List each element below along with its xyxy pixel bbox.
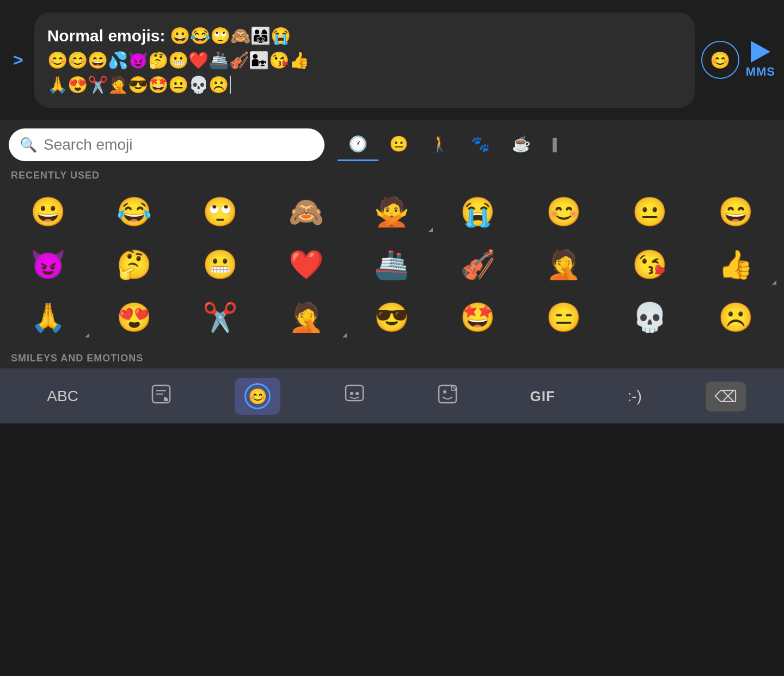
people-icon: 🚶 (430, 136, 449, 152)
smileys-emotions-label: SMILEYS AND EMOTIONS (0, 344, 784, 368)
keyboard-toolbar: ABC 😊 (0, 368, 784, 423)
emoji-man-facepalm[interactable]: 🤦 (263, 296, 349, 340)
emoji-neutral[interactable]: 😐 (607, 190, 693, 234)
message-emoji-icon (344, 384, 365, 409)
emoji-smile[interactable]: 😊 (521, 190, 607, 234)
message-text: Normal emojis: 😀😂🙄🙈👨‍👩‍👧😭 😊😊😄💦😈🤔😬❤️🚢🎻👨‍👧… (47, 23, 682, 97)
expand-button[interactable]: > (9, 46, 28, 75)
animals-icon: 🐾 (471, 136, 490, 152)
emoji-kissing-heart[interactable]: 😘 (607, 243, 693, 287)
mms-icon (751, 41, 770, 63)
delete-icon: ⌫ (714, 387, 737, 406)
emoji-heart[interactable]: ❤️ (263, 243, 349, 287)
emoji-crying[interactable]: 😭 (435, 190, 521, 234)
sticker2-button[interactable] (428, 379, 467, 413)
food-icon: ☕ (512, 136, 531, 152)
emoji-grid-row1: 😀 😂 🙄 🙈 🙅 😭 😊 😐 😄 (0, 186, 784, 238)
message-bubble[interactable]: Normal emojis: 😀😂🙄🙈👨‍👩‍👧😭 😊😊😄💦😈🤔😬❤️🚢🎻👨‍👧… (34, 13, 695, 108)
svg-point-4 (350, 392, 353, 395)
emoji-face-icon: 😊 (710, 51, 730, 70)
emoji-ship[interactable]: 🚢 (349, 243, 435, 287)
emoji-praying[interactable]: 🙏 (5, 296, 91, 340)
emoji-sunglasses[interactable]: 😎 (349, 296, 435, 340)
emoji-grin-sweat[interactable]: 😄 (693, 190, 779, 234)
emoji-skull[interactable]: 💀 (607, 296, 693, 340)
search-box[interactable]: 🔍 (9, 128, 324, 161)
emoji-scissors[interactable]: ✂️ (177, 296, 264, 340)
emoji-laughing-crying[interactable]: 😂 (91, 190, 177, 234)
emoji-person-gesturing[interactable]: 🙅 (349, 190, 435, 234)
emoji-thinking[interactable]: 🤔 (91, 243, 177, 287)
emoji-smiling-hearts[interactable]: 🤩 (435, 296, 521, 340)
emoji-eye-roll[interactable]: 🙄 (177, 190, 264, 234)
more-icon: ▌ (553, 138, 561, 151)
emoji-keyboard: 🔍 🕐 😐 🚶 🐾 ☕ ▌ RECENTLY USED (0, 120, 784, 368)
message-area: > Normal emojis: 😀😂🙄🙈👨‍👩‍👧😭 😊😊😄💦😈🤔😬❤️🚢🎻👨… (0, 0, 784, 120)
emoji-hear-no-evil[interactable]: 🙈 (263, 190, 349, 234)
emoji-grid-row3: 🙏 😍 ✂️ 🤦 😎 🤩 😑 💀 ☹️ (0, 291, 784, 344)
sticker2-icon (437, 384, 458, 409)
tab-food[interactable]: ☕ (501, 128, 542, 161)
emoji-grinning[interactable]: 😀 (5, 190, 91, 234)
emoji-grid-row2: 😈 🤔 😬 ❤️ 🚢 🎻 🤦 😘 👍 (0, 238, 784, 291)
gif-button[interactable]: GIF (521, 384, 564, 409)
mms-label: MMS (746, 65, 775, 79)
emoji-violin[interactable]: 🎻 (435, 243, 521, 287)
tab-recent[interactable]: 🕐 (338, 128, 378, 161)
tab-animals[interactable]: 🐾 (460, 128, 501, 161)
abc-button[interactable]: ABC (38, 383, 87, 409)
gif-label: GIF (530, 388, 555, 405)
search-icon: 🔍 (20, 137, 37, 153)
smiley-icon: 😐 (389, 136, 408, 152)
delete-button[interactable]: ⌫ (706, 382, 746, 411)
tab-people[interactable]: 🚶 (419, 128, 460, 161)
emoji-picker-button[interactable]: 😊 (701, 41, 739, 79)
text-face-label: :-) (627, 388, 641, 405)
tab-smileys[interactable]: 😐 (378, 128, 419, 161)
recent-icon: 🕐 (348, 136, 367, 152)
abc-label: ABC (47, 388, 78, 405)
sticker-button[interactable] (142, 379, 180, 413)
sticker-icon (151, 384, 171, 409)
emoji-grimace[interactable]: 😬 (177, 243, 264, 287)
emoji-sad[interactable]: ☹️ (693, 296, 779, 340)
search-input[interactable] (44, 136, 314, 153)
emoji-heart-eyes[interactable]: 😍 (91, 296, 177, 340)
emoji-devil[interactable]: 😈 (5, 243, 91, 287)
emoji-keyboard-button[interactable]: 😊 (235, 378, 280, 415)
recently-used-label: RECENTLY USED (0, 161, 784, 186)
emoji-facepalm[interactable]: 🤦 (521, 243, 607, 287)
tab-more[interactable]: ▌ (542, 129, 572, 161)
category-tabs: 🕐 😐 🚶 🐾 ☕ ▌ (333, 128, 572, 161)
search-row: 🔍 🕐 😐 🚶 🐾 ☕ ▌ (0, 120, 784, 161)
message-emoji-button[interactable] (335, 379, 373, 413)
mms-button[interactable]: MMS (746, 41, 775, 79)
emoji-keyboard-icon: 😊 (244, 383, 271, 409)
text-face-button[interactable]: :-) (618, 383, 650, 409)
svg-point-7 (443, 390, 446, 394)
emoji-thumbsup[interactable]: 👍 (693, 243, 779, 287)
svg-point-5 (356, 392, 359, 395)
emoji-expressionless[interactable]: 😑 (521, 296, 607, 340)
